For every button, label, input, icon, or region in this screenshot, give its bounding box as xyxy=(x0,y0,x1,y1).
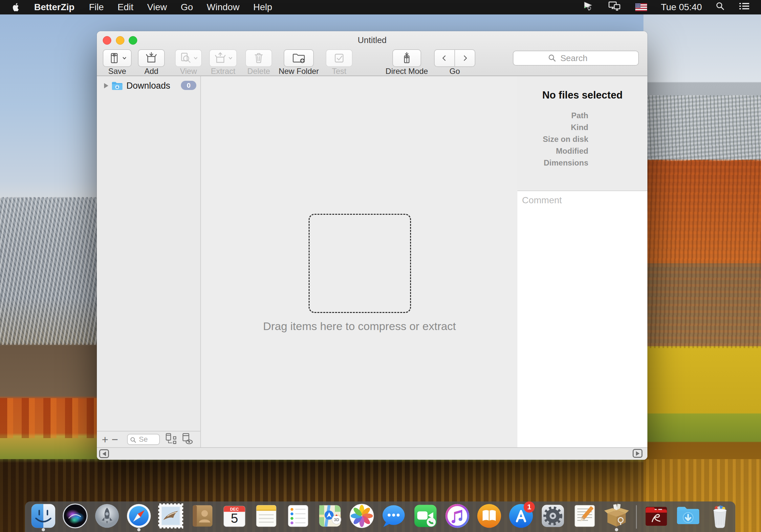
notification-center-icon[interactable] xyxy=(739,2,750,13)
comment-input[interactable] xyxy=(517,191,647,447)
dock-launchpad-icon[interactable] xyxy=(92,502,121,532)
dock-reminders-icon[interactable] xyxy=(284,502,313,532)
apple-menu-icon[interactable] xyxy=(11,2,21,12)
dock-contacts-icon[interactable] xyxy=(188,502,217,532)
dock-siri-icon[interactable] xyxy=(61,502,89,532)
dock-system-preferences-icon[interactable] xyxy=(538,502,567,532)
delete-button[interactable] xyxy=(245,49,272,67)
downloads-folder-icon xyxy=(111,81,123,90)
preview-archive-icon[interactable] xyxy=(182,433,194,446)
remove-archive-button[interactable]: − xyxy=(110,435,120,444)
menu-go[interactable]: Go xyxy=(181,2,193,13)
sidebar-item-downloads[interactable]: Downloads 0 xyxy=(97,79,200,92)
delete-label: Delete xyxy=(245,67,272,76)
input-source-us-flag-icon[interactable] xyxy=(635,3,647,11)
item-count-badge: 0 xyxy=(181,81,196,90)
go-label: Go xyxy=(434,67,475,76)
dock-adobe-acrobat-icon[interactable] xyxy=(642,502,671,532)
dock-itunes-icon[interactable] xyxy=(443,502,472,532)
add-label: Add xyxy=(138,67,165,76)
displays-icon[interactable] xyxy=(608,1,621,14)
new-folder-button[interactable] xyxy=(284,49,314,67)
chevron-down-icon xyxy=(228,56,233,60)
extract-label: Extract xyxy=(209,67,237,76)
dock-calendar-icon[interactable]: DEC 5 xyxy=(220,502,249,532)
inspector-panel: No files selected Path Kind Size on disk… xyxy=(517,76,647,447)
dock-textedit-icon[interactable] xyxy=(570,502,599,532)
field-path: Path xyxy=(517,110,588,122)
test-label: Test xyxy=(326,67,353,76)
menu-view[interactable]: View xyxy=(147,2,167,13)
close-button[interactable] xyxy=(103,36,111,45)
save-button[interactable] xyxy=(103,49,132,67)
screen-sharing-icon[interactable] xyxy=(583,1,595,14)
dock-downloads-folder-icon[interactable] xyxy=(674,502,703,532)
inspector-heading: No files selected xyxy=(517,89,647,101)
wallpaper-foliage-right xyxy=(643,159,761,348)
collapse-inspector-button[interactable] xyxy=(633,449,642,458)
menu-clock[interactable]: Tue 05:40 xyxy=(661,2,702,13)
bottom-scroll-strip xyxy=(97,447,647,460)
sidebar-filter-input[interactable] xyxy=(138,435,157,444)
desktop: BetterZip File Edit View Go Window Help xyxy=(0,0,761,532)
search-icon xyxy=(548,54,556,62)
menu-edit[interactable]: Edit xyxy=(118,2,133,13)
split-archive-icon[interactable] xyxy=(165,433,178,446)
drop-hint: Drag items here to compress or extract xyxy=(202,320,517,333)
dock-trash-icon[interactable] xyxy=(706,502,734,532)
save-label: Save xyxy=(103,67,132,76)
wallpaper-snow-right xyxy=(643,95,761,161)
disclosure-triangle-icon[interactable] xyxy=(104,83,108,89)
test-button[interactable] xyxy=(326,49,353,67)
spotlight-icon[interactable] xyxy=(716,2,725,13)
menu-file[interactable]: File xyxy=(89,2,104,13)
view-button[interactable] xyxy=(175,49,202,67)
dock-app-store-icon[interactable]: 1 xyxy=(506,502,536,532)
field-dimensions: Dimensions xyxy=(517,157,588,169)
betterzip-window: Untitled Save xyxy=(97,31,647,460)
extract-button[interactable] xyxy=(209,49,237,67)
archive-sidebar: Downloads 0 + − xyxy=(97,76,201,447)
add-archive-button[interactable]: + xyxy=(100,435,110,444)
sidebar-filter-field[interactable] xyxy=(127,434,160,445)
dock-betterzip-icon[interactable] xyxy=(602,502,631,532)
dock-photos-icon[interactable] xyxy=(347,502,376,532)
go-back-button[interactable] xyxy=(435,50,454,66)
dock: DEC 5 xyxy=(25,502,735,532)
menu-bar: BetterZip File Edit View Go Window Help xyxy=(0,0,761,15)
archive-content-pane: Drag items here to compress or extract xyxy=(202,76,517,447)
dock-maps-icon[interactable]: 3D xyxy=(316,502,344,532)
wallpaper-autumn-trees-left xyxy=(0,398,98,438)
direct-mode-button[interactable] xyxy=(392,49,421,67)
running-indicator xyxy=(137,528,141,531)
add-button[interactable] xyxy=(138,49,165,67)
search-field[interactable] xyxy=(513,51,639,66)
dock-divider xyxy=(636,505,637,529)
dock-messages-icon[interactable] xyxy=(379,502,408,532)
dock-safari-icon[interactable] xyxy=(124,502,153,532)
chevron-down-icon xyxy=(122,56,127,60)
dock-notes-icon[interactable] xyxy=(252,502,281,532)
dock-ibooks-icon[interactable] xyxy=(475,502,503,532)
menu-window[interactable]: Window xyxy=(207,2,240,13)
drop-target[interactable] xyxy=(309,214,411,313)
field-size-on-disk: Size on disk xyxy=(517,133,588,145)
minimize-button[interactable] xyxy=(116,36,124,45)
go-forward-button[interactable] xyxy=(454,50,475,66)
collapse-sidebar-button[interactable] xyxy=(99,449,109,458)
dock-mail-icon[interactable] xyxy=(156,502,185,532)
window-title: Untitled xyxy=(97,35,647,45)
zoom-button[interactable] xyxy=(129,36,137,45)
dock-finder-icon[interactable] xyxy=(29,502,58,532)
calendar-day: 5 xyxy=(231,511,238,525)
window-header: Untitled Save xyxy=(97,31,647,76)
menu-app-name[interactable]: BetterZip xyxy=(34,2,75,13)
search-input[interactable] xyxy=(560,53,604,64)
running-indicator xyxy=(615,528,618,531)
menu-help[interactable]: Help xyxy=(253,2,272,13)
new-folder-label: New Folder xyxy=(276,67,322,76)
go-control xyxy=(434,49,475,67)
direct-mode-label: Direct Mode xyxy=(378,67,436,76)
dock-facetime-icon[interactable] xyxy=(411,502,440,532)
app-store-badge: 1 xyxy=(524,502,535,513)
